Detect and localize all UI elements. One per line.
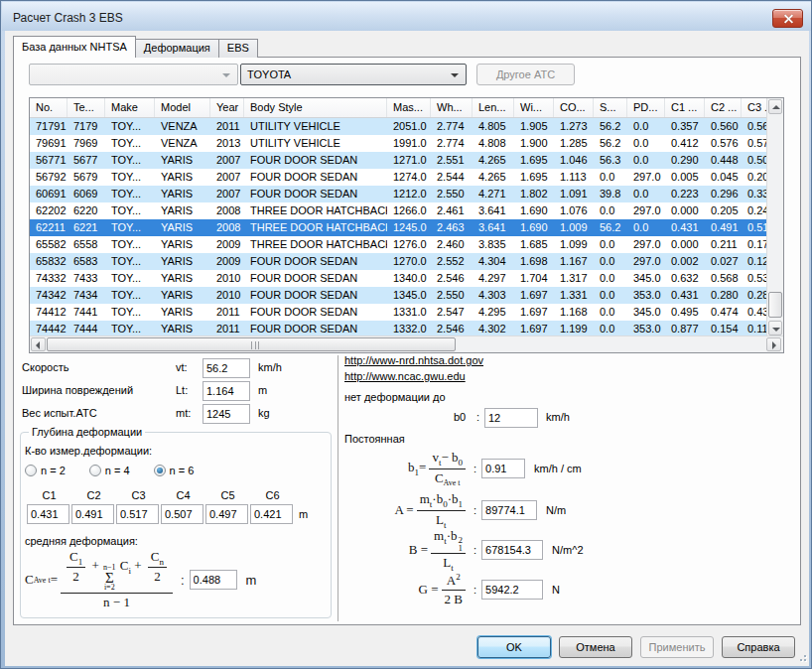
table-row[interactable]: 658326583TOY...YARIS2009FOUR DOOR SEDAN1… — [30, 253, 768, 270]
other-atc-button[interactable]: Другое ATC — [476, 64, 575, 85]
table-row[interactable]: 655826558TOY...YARIS2009THREE DOOR HATCH… — [30, 236, 768, 253]
table-cell: 0.632 — [665, 270, 705, 287]
radio-n4[interactable]: n = 4 — [89, 465, 130, 476]
test-weight-input[interactable] — [203, 404, 250, 424]
table-row[interactable]: 606916069TOY...YARIS2007FOUR DOOR SEDAN1… — [30, 186, 768, 202]
table-cell: 2.774 — [431, 118, 473, 135]
filter-combobox[interactable] — [29, 64, 238, 85]
tab-nhtsa-database[interactable]: База данных NHTSA — [13, 36, 136, 58]
column-header[interactable]: Mas... — [387, 98, 431, 118]
b1-input[interactable] — [481, 459, 525, 478]
table-row[interactable]: 567925679TOY...YARIS2007FOUR DOOR SEDAN1… — [30, 169, 768, 186]
make-combobox[interactable]: TOYOTA — [240, 64, 467, 85]
damage-width-input[interactable] — [203, 381, 250, 401]
table-row[interactable]: 567715677TOY...YARIS2007FOUR DOOR SEDAN1… — [30, 152, 768, 169]
column-header[interactable]: Year — [210, 98, 244, 118]
c6-input[interactable] — [250, 504, 293, 524]
table-cell: 0.0 — [627, 118, 665, 135]
column-header[interactable]: C2 ... — [705, 98, 742, 118]
column-header[interactable]: C3 ... — [742, 98, 768, 118]
formula-symbol: b — [451, 528, 458, 543]
table-cell: 2051.0 — [387, 118, 431, 135]
column-header[interactable]: Model — [155, 98, 210, 118]
help-button[interactable]: Справка — [722, 636, 795, 658]
column-header[interactable]: Wh... — [431, 98, 473, 118]
table-cell: 0.50 — [742, 152, 768, 169]
table-cell: 2.550 — [431, 186, 473, 202]
table-cell: 0.0 — [627, 135, 665, 152]
column-header[interactable]: Wi... — [514, 98, 554, 118]
c-unit-label: m — [299, 508, 308, 520]
table-cell: 56.2 — [594, 118, 627, 135]
table-header: No.Te...MakeModelYearBody StyleMas...Wh.… — [30, 98, 768, 118]
column-header[interactable]: Len... — [473, 98, 514, 118]
chevron-down-icon — [222, 73, 230, 77]
scroll-left-button[interactable] — [31, 337, 46, 351]
table-cell: FOUR DOOR SEDAN — [244, 304, 387, 321]
table-row[interactable]: 743327433TOY...YARIS2010FOUR DOOR SEDAN1… — [30, 270, 768, 287]
table-row[interactable]: 717917179TOY...VENZA2011UTILITY VEHICLE2… — [30, 118, 768, 135]
avg-deformation-input[interactable] — [190, 570, 237, 590]
close-button[interactable] — [772, 9, 803, 28]
c2-input[interactable] — [71, 504, 114, 524]
table-cell: 3.641 — [473, 219, 514, 236]
cancel-button[interactable]: Отмена — [559, 636, 632, 658]
table-cell: 56771 — [30, 152, 68, 169]
radio-icon — [89, 465, 101, 476]
b-input[interactable] — [481, 540, 543, 560]
vertical-scroll-thumb[interactable] — [768, 292, 782, 318]
column-header[interactable]: No. — [30, 98, 68, 118]
ok-button[interactable]: OK — [477, 636, 551, 658]
horizontal-scroll-thumb[interactable] — [47, 337, 456, 351]
column-header[interactable]: PD... — [627, 98, 665, 118]
column-header[interactable]: Make — [105, 98, 155, 118]
column-header[interactable]: Body Style — [244, 98, 387, 118]
column-header[interactable]: Te... — [68, 98, 105, 118]
speed-input[interactable] — [203, 358, 250, 378]
column-header[interactable]: C1 ... — [665, 98, 705, 118]
table-cell: 0.211 — [705, 236, 742, 253]
triangle-up-icon — [772, 105, 780, 109]
vertical-scrollbar[interactable] — [766, 98, 783, 337]
c4-input[interactable] — [161, 504, 203, 524]
a-input[interactable] — [481, 500, 537, 520]
title-bar[interactable]: Расчет Crash 3 EBS — [2, 2, 812, 31]
apply-button[interactable]: Применить — [640, 636, 714, 658]
scroll-up-button[interactable] — [768, 99, 782, 114]
link-nhtsa[interactable]: http://www-nrd.nhtsa.dot.gov — [344, 352, 483, 368]
radio-n6[interactable]: n = 6 — [154, 465, 195, 476]
table-cell: 71791 — [30, 118, 68, 135]
b0-input[interactable] — [484, 408, 538, 428]
table-cell: 0.0 — [594, 236, 627, 253]
table-row[interactable]: 622116221TOY...YARIS2008THREE DOOR HATCH… — [30, 219, 768, 236]
scroll-right-button[interactable] — [766, 337, 781, 351]
table-cell: 2.550 — [431, 287, 473, 304]
tab-ebs[interactable]: EBS — [218, 39, 258, 58]
column-header[interactable]: S... — [594, 98, 627, 118]
link-ncac[interactable]: http://www.ncac.gwu.edu — [344, 368, 483, 384]
scroll-down-button[interactable] — [768, 321, 782, 335]
tab-deformation[interactable]: Деформация — [135, 39, 219, 58]
table-row[interactable]: 743427434TOY...YARIS2010FOUR DOOR SEDAN1… — [30, 287, 768, 304]
c5-input[interactable] — [205, 504, 248, 524]
table-cell: 1270.0 — [387, 253, 431, 270]
tab-label: База данных NHTSA — [22, 41, 127, 53]
table-row[interactable]: 796917969TOY...VENZA2013UTILITY VEHICLE1… — [30, 135, 768, 152]
table-cell: 4.805 — [473, 118, 514, 135]
table-cell: 6069 — [68, 186, 105, 202]
table-row[interactable]: 622026220TOY...YARIS2008THREE DOOR HATCH… — [30, 202, 768, 219]
tab-strip: База данных NHTSA Деформация EBS — [13, 36, 257, 58]
c1-input[interactable] — [27, 504, 69, 524]
radio-n2[interactable]: n = 2 — [25, 465, 66, 476]
table-cell: FOUR DOOR SEDAN — [244, 169, 387, 186]
c3-input[interactable] — [116, 504, 159, 524]
table-cell: 0.17 — [742, 236, 768, 253]
g-input[interactable] — [481, 580, 543, 600]
horizontal-scrollbar[interactable] — [30, 335, 783, 352]
table-row[interactable]: 744127441TOY...YARIS2011FOUR DOOR SEDAN1… — [30, 304, 768, 321]
column-header[interactable]: CO... — [554, 98, 594, 118]
table-cell: 0.53 — [742, 270, 768, 287]
formula-symbol: B — [409, 542, 418, 557]
resize-grip-icon[interactable] — [795, 650, 807, 662]
table-cell: 1212.0 — [387, 186, 431, 202]
